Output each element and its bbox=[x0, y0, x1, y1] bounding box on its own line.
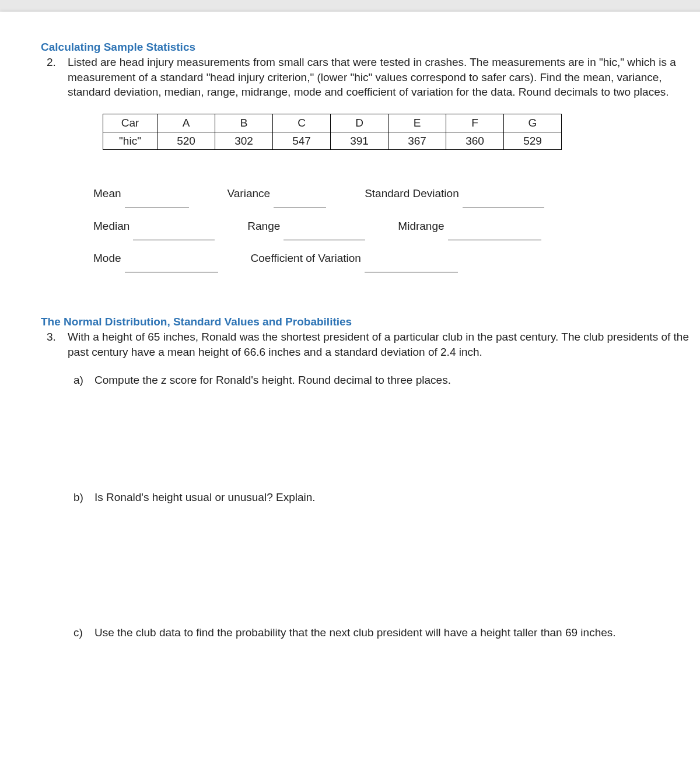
part-b-letter: b) bbox=[74, 490, 83, 505]
cell: C bbox=[273, 114, 331, 132]
q3-number: 3. bbox=[47, 330, 56, 345]
blank-range[interactable] bbox=[284, 227, 365, 240]
question-3: 3. With a height of 65 inches, Ronald wa… bbox=[41, 330, 694, 640]
q3-text: With a height of 65 inches, Ronald was t… bbox=[68, 331, 689, 358]
blank-cv[interactable] bbox=[365, 260, 458, 272]
stats-answer-area: Mean Variance Standard Deviation Median … bbox=[93, 179, 694, 272]
label-range: Range bbox=[247, 212, 280, 240]
document-page: Calculating Sample Statistics 2. Listed … bbox=[0, 12, 700, 757]
cell: 520 bbox=[158, 132, 215, 150]
cell: B bbox=[215, 114, 273, 132]
blank-variance[interactable] bbox=[274, 195, 326, 208]
cell: "hic" bbox=[103, 132, 158, 150]
table-row: Car A B C D E F G bbox=[103, 114, 562, 132]
cell: F bbox=[446, 114, 504, 132]
q2-text: Listed are head injury measurements from… bbox=[68, 56, 676, 98]
blank-mode[interactable] bbox=[125, 260, 218, 272]
question-2: 2. Listed are head injury measurements f… bbox=[41, 55, 694, 272]
q2-number: 2. bbox=[47, 55, 56, 70]
blank-stddev[interactable] bbox=[463, 195, 544, 208]
label-mean: Mean bbox=[93, 179, 121, 208]
q3-part-c: c) Use the club data to find the probabi… bbox=[68, 625, 694, 640]
cell: E bbox=[388, 114, 446, 132]
part-a-text: Compute the z score for Ronald's height.… bbox=[94, 374, 451, 386]
cell: G bbox=[504, 114, 562, 132]
label-variance: Variance bbox=[228, 179, 271, 208]
section2-title: The Normal Distribution, Standard Values… bbox=[41, 316, 694, 328]
part-a-letter: a) bbox=[74, 373, 83, 388]
cell: 302 bbox=[215, 132, 273, 150]
cell: Car bbox=[103, 114, 158, 132]
label-mode: Mode bbox=[93, 244, 121, 272]
part-c-letter: c) bbox=[74, 625, 83, 640]
section1-title: Calculating Sample Statistics bbox=[41, 41, 694, 54]
cell: 391 bbox=[331, 132, 388, 150]
cell: D bbox=[331, 114, 388, 132]
blank-midrange[interactable] bbox=[448, 227, 541, 240]
q3-part-b: b) Is Ronald's height usual or unusual? … bbox=[68, 490, 694, 505]
blank-median[interactable] bbox=[133, 227, 215, 240]
label-median: Median bbox=[93, 212, 130, 240]
part-b-text: Is Ronald's height usual or unusual? Exp… bbox=[94, 491, 316, 503]
part-c-text: Use the club data to find the probabilit… bbox=[94, 626, 616, 639]
cell: 367 bbox=[388, 132, 446, 150]
q3-part-a: a) Compute the z score for Ronald's heig… bbox=[68, 373, 694, 388]
data-table: Car A B C D E F G "hic" 520 302 547 391 … bbox=[103, 114, 562, 150]
label-midrange: Midrange bbox=[398, 212, 444, 240]
cell: A bbox=[158, 114, 215, 132]
table-row: "hic" 520 302 547 391 367 360 529 bbox=[103, 132, 562, 150]
cell: 360 bbox=[446, 132, 504, 150]
cell: 529 bbox=[504, 132, 562, 150]
label-cv: Coefficient of Variation bbox=[251, 244, 361, 272]
blank-mean[interactable] bbox=[125, 195, 189, 208]
cell: 547 bbox=[273, 132, 331, 150]
label-stddev: Standard Deviation bbox=[365, 179, 459, 208]
